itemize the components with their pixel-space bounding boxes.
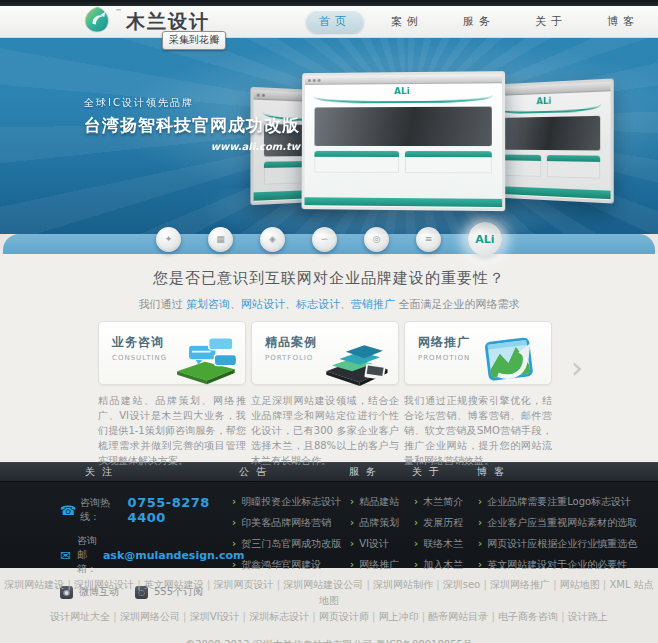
intro-subline: 我们通过 策划咨询网站设计标志设计营销推广 全面满足企业的网络需求	[0, 297, 658, 312]
email-icon: ✉	[60, 548, 71, 563]
bottom-link[interactable]: 网上冲印	[379, 611, 429, 622]
bullet-arrow-icon: ›	[232, 538, 236, 549]
client-logo-glyph: ≡	[425, 234, 433, 244]
nav-item[interactable]: 首页	[306, 10, 364, 33]
bottom-link[interactable]: 深圳网站建设	[4, 579, 74, 590]
bottom-link[interactable]: 深圳网络推广	[490, 579, 560, 590]
consulting-card[interactable]: 业务咨询 CONSULTING	[98, 321, 246, 385]
bottom-links-row2: 设计网址大全深圳网络公司深圳VI设计深圳标志设计网页设计师网上冲印酷帝网站目录电…	[0, 609, 658, 625]
bullet-arrow-icon: ›	[350, 559, 354, 570]
intro-section: 您是否已意识到互联网对企业品牌建设的重要性？ 我们通过 策划咨询网站设计标志设计…	[0, 254, 658, 321]
bottom-link[interactable]: 深圳网站设计	[74, 579, 144, 590]
bottom-link[interactable]: 深圳网页设计	[214, 579, 284, 590]
footer-about-link[interactable]: ›联络木兰	[414, 537, 478, 551]
footer-service-link[interactable]: ›精品建站	[350, 495, 414, 509]
nav-item[interactable]: 服务	[450, 10, 508, 33]
client-logo-circle[interactable]: ∽	[312, 227, 337, 252]
card-subtitle: PROMOTION	[418, 354, 471, 362]
footer-service-link[interactable]: ›品牌策划	[350, 516, 414, 530]
banner-title: 台湾扬智科技官网成功改版	[84, 114, 300, 137]
promotion-illustration-icon	[471, 334, 547, 376]
announcement-link[interactable]: ›贺三门岛官网成功改版	[232, 537, 350, 551]
collect-to-huaban-button[interactable]: 采集到花瓣	[162, 31, 226, 50]
site-header: ™ 木兰设计 首页 案例 服务 关于 博客	[0, 6, 658, 38]
client-logo-circle[interactable]: ALi	[468, 222, 502, 256]
intro-heading: 您是否已意识到互联网对企业品牌建设的重要性？	[0, 269, 658, 288]
bottom-link[interactable]: 设计路上	[568, 611, 608, 622]
footer-service-link[interactable]: ›网络推广	[350, 558, 414, 572]
intro-service-link[interactable]: 网站设计	[241, 298, 296, 311]
bottom-link[interactable]: 酷帝网站目录	[428, 611, 498, 622]
intro-service-link[interactable]: 营销推广	[351, 298, 395, 311]
footer-blog-link[interactable]: ›企业客户应当重视网站素材的选取	[478, 516, 658, 530]
client-logo-band: ✦ ▦ ◈ ∽ ◎ ≡ ALi	[3, 234, 655, 254]
bullet-arrow-icon: ›	[414, 517, 418, 528]
bottom-link[interactable]: 网页设计师	[319, 611, 379, 622]
services-cards-section: 业务咨询 CONSULTING 精品建站、品牌策	[0, 321, 658, 462]
intro-service-link[interactable]: 标志设计	[296, 298, 351, 311]
client-logo-glyph: ALi	[475, 233, 494, 246]
bottom-link[interactable]: 英文网站建设	[144, 579, 214, 590]
portfolio-card[interactable]: 精品案例 PORTFOLIO	[251, 321, 399, 385]
card-title: 精品案例	[265, 334, 318, 351]
bottom-link[interactable]: 深圳网站制作	[373, 579, 443, 590]
bottom-link[interactable]: 深圳VI设计	[190, 611, 250, 622]
bottom-link[interactable]: 设计网址大全	[50, 611, 120, 622]
bottom-link[interactable]: 深圳网站建设公司	[283, 579, 373, 590]
client-logo-circle[interactable]: ◈	[260, 227, 285, 252]
service-card-portfolio: 精品案例 PORTFOLIO 立足深圳网站建设领域，结合企业品牌理念和网站	[251, 321, 399, 462]
service-card-consulting: 业务咨询 CONSULTING 精品建站、品牌策	[98, 321, 246, 462]
banner-tagline: 全球IC设计领先品牌	[84, 96, 300, 110]
promotion-card[interactable]: 网络推广 PROMOTION	[404, 321, 552, 385]
client-logo-circle[interactable]: ▦	[208, 227, 233, 252]
bullet-arrow-icon: ›	[414, 496, 418, 507]
site-footer: 关注 公告 服务 关于 博客 ☎ 咨询热线： 0755-8278 4400 ✉ …	[0, 462, 658, 568]
bottom-link[interactable]: 深圳网络公司	[120, 611, 190, 622]
consulting-description: 精品建站、品牌策划、网络推广、VI设计是木兰四大业务，我们提供1-1策划师咨询服…	[98, 393, 246, 468]
footer-service-link[interactable]: ›VI设计	[350, 537, 414, 551]
client-logo-row: ✦ ▦ ◈ ∽ ◎ ≡ ALi	[3, 222, 655, 256]
nav-item[interactable]: 案例	[378, 10, 436, 33]
nav-item[interactable]: 博客	[594, 10, 652, 33]
bottom-link[interactable]: 网站地图	[560, 579, 610, 590]
client-logo-circle[interactable]: ✦	[156, 227, 181, 252]
client-logo-circle[interactable]: ◎	[364, 227, 389, 252]
footer-about-list: ›木兰简介›发展历程›联络木兰›加入木兰	[414, 495, 478, 568]
email-link[interactable]: ask@mulandesign.com	[103, 549, 245, 562]
footer-about-link[interactable]: ›发展历程	[414, 516, 478, 530]
hotline-label: 咨询热线：	[80, 496, 122, 524]
bottom-link[interactable]: 深圳seo	[443, 579, 490, 590]
bullet-arrow-icon: ›	[232, 496, 236, 507]
footer-about-link[interactable]: ›木兰简介	[414, 495, 478, 509]
bullet-arrow-icon: ›	[478, 538, 482, 549]
banner-caption: 全球IC设计领先品牌 台湾扬智科技官网成功改版 www.ali.com.tw	[84, 96, 300, 152]
footer-blog-link[interactable]: ›英文网站建设对于企业的必要性	[478, 558, 658, 572]
bottom-link[interactable]: 深圳标志设计	[249, 611, 319, 622]
bullet-arrow-icon: ›	[478, 559, 482, 570]
footer-about-link[interactable]: ›加入木兰	[414, 558, 478, 572]
announcement-link[interactable]: ›印美客品牌网络营销	[232, 516, 350, 530]
bullet-arrow-icon: ›	[414, 559, 418, 570]
client-logo-glyph: ◈	[269, 234, 276, 244]
footer-blog-link[interactable]: ›网页设计应根据企业行业慎重选色	[478, 537, 658, 551]
footer-announcements-list: ›明瞳投资企业标志设计›印美客品牌网络营销›贺三门岛官网成功改版›贺鑫鸿华官网建…	[232, 495, 350, 568]
bottom-link[interactable]: 电子商务咨询	[498, 611, 568, 622]
bullet-arrow-icon: ›	[478, 517, 482, 528]
intro-service-link[interactable]: 策划咨询	[186, 298, 241, 311]
bullet-arrow-icon: ›	[350, 517, 354, 528]
main-nav: 首页 案例 服务 关于 博客	[306, 10, 652, 33]
footer-blog-link[interactable]: ›企业品牌需要注重Logo标志设计	[478, 495, 658, 509]
carousel-next-arrow[interactable]: ›	[571, 353, 583, 383]
client-logo-circle[interactable]: ≡	[416, 227, 441, 252]
card-title: 网络推广	[418, 334, 471, 351]
client-logo-glyph: ▦	[216, 234, 225, 244]
footer-services-list: ›精品建站›品牌策划›VI设计›网络推广	[350, 495, 414, 568]
bullet-arrow-icon: ›	[232, 559, 236, 570]
client-logo-glyph: ∽	[321, 234, 329, 244]
bullet-arrow-icon: ›	[350, 538, 354, 549]
announcement-link[interactable]: ›贺鑫鸿华官网建设	[232, 558, 350, 572]
announcement-link[interactable]: ›明瞳投资企业标志设计	[232, 495, 350, 509]
nav-item[interactable]: 关于	[522, 10, 580, 33]
footer-contact-column: ☎ 咨询热线： 0755-8278 4400 ✉ 咨询邮箱： ask@mulan…	[60, 495, 232, 568]
card-subtitle: CONSULTING	[112, 354, 167, 362]
